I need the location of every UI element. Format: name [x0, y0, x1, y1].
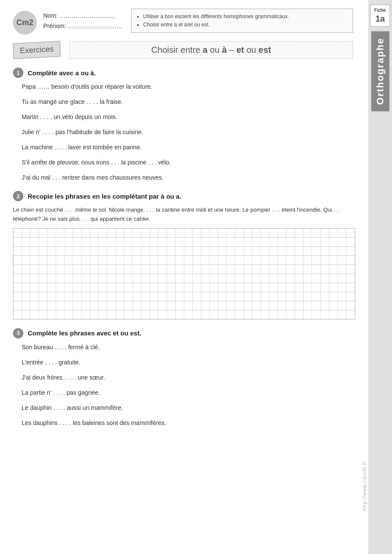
grid-cell [176, 256, 184, 264]
grid-cell [261, 301, 270, 310]
grid-cell [150, 247, 159, 255]
objective-1: Utiliser à bon escient les différents ho… [143, 13, 347, 21]
grid-cell [150, 229, 159, 237]
grid-cell [82, 256, 90, 264]
grid-cell [304, 292, 312, 301]
grid-cell [201, 265, 210, 274]
grid-row[interactable] [13, 292, 355, 301]
grid-cell [64, 256, 73, 264]
grid-cell [167, 256, 176, 264]
grid-cell [270, 265, 278, 274]
grid-cell [321, 256, 329, 264]
grid-cell [116, 247, 125, 255]
grid-cell [329, 292, 338, 301]
grid-cell [278, 229, 286, 237]
grid-cell [176, 238, 184, 246]
grid-cell [116, 310, 125, 319]
grid-cell [184, 292, 193, 301]
grid-row[interactable] [13, 229, 355, 238]
grid-cell [133, 256, 141, 264]
grid-cell [99, 301, 107, 310]
grid-cell [244, 301, 253, 310]
grid-cell [99, 247, 107, 255]
grid-cell [244, 247, 253, 255]
grid-cell [235, 292, 244, 301]
grid-cell [30, 238, 39, 246]
objectives-list: Utiliser à bon escient les différents ho… [137, 13, 347, 29]
grid-cell [295, 256, 304, 264]
grid-row[interactable] [13, 265, 355, 274]
grid-cell [176, 247, 184, 255]
grid-cell [210, 256, 218, 264]
grid-cell [73, 265, 82, 274]
grid-row[interactable] [13, 310, 355, 319]
section3-line-4: La partie n' . . . . pas gagnée. [22, 388, 353, 397]
grid-cell [346, 265, 355, 274]
grid-cell [48, 310, 56, 319]
grid-cell [167, 274, 176, 283]
grid-cell [124, 229, 133, 237]
grid-cell [141, 283, 150, 292]
grid-cell [56, 283, 65, 292]
grid-cell [64, 229, 73, 237]
grid-cell [218, 247, 227, 255]
grid-cell [312, 238, 321, 246]
grid-row[interactable] [13, 274, 355, 283]
grid-cell [116, 292, 125, 301]
section3-title: Complète les phrases avec et ou est. [28, 329, 141, 337]
grid-cell [261, 265, 270, 274]
grid-cell [39, 265, 48, 274]
grid-row[interactable] [13, 247, 355, 256]
grid-cell [210, 274, 218, 283]
grid-cell [278, 283, 286, 292]
grid-cell [295, 274, 304, 283]
grid-cell [184, 238, 193, 246]
grid-cell [116, 265, 125, 274]
grid-cell [295, 301, 304, 310]
grid-cell [201, 274, 210, 283]
grid-cell [176, 274, 184, 283]
grid-cell [107, 283, 116, 292]
grid-cell [286, 247, 295, 255]
grid-cell [124, 310, 133, 319]
grid-row[interactable] [13, 238, 355, 247]
objective-2: Choisir entre a et à/et ou est. [143, 21, 347, 29]
grid-cell [124, 283, 133, 292]
grid-cell [286, 229, 295, 237]
grid-cell [278, 238, 286, 246]
grid-cell [201, 292, 210, 301]
section3-header: 3 Complète les phrases avec et ou est. [13, 328, 379, 338]
grid-cell [227, 274, 235, 283]
grid-cell [39, 301, 48, 310]
grid-cell [167, 238, 176, 246]
grid-cell [124, 247, 133, 255]
grid-cell [124, 265, 133, 274]
grid-cell [176, 265, 184, 274]
grid-cell [150, 292, 159, 301]
grid-cell [184, 247, 193, 255]
grid-row[interactable] [13, 283, 355, 292]
grid-cell [184, 301, 193, 310]
grid-row[interactable] [13, 256, 355, 265]
grid-cell [286, 265, 295, 274]
grid-cell [286, 238, 295, 246]
grid-cell [73, 274, 82, 283]
grid-cell [48, 229, 56, 237]
grid-cell [64, 310, 73, 319]
grid-cell [107, 256, 116, 264]
grid-cell [158, 265, 167, 274]
grid-cell [133, 301, 141, 310]
grid-cell [346, 256, 355, 264]
grid-cell [22, 256, 31, 264]
grid-cell [167, 310, 176, 319]
grid-cell [218, 229, 227, 237]
grid-cell [176, 229, 184, 237]
grid-cell [90, 274, 99, 283]
grid-cell [270, 274, 278, 283]
writing-grid[interactable] [13, 228, 355, 319]
grid-cell [90, 265, 99, 274]
grid-row[interactable] [13, 301, 355, 310]
grid-cell [210, 229, 218, 237]
orthographe-label: Orthographe [371, 31, 389, 111]
grid-cell [116, 301, 125, 310]
